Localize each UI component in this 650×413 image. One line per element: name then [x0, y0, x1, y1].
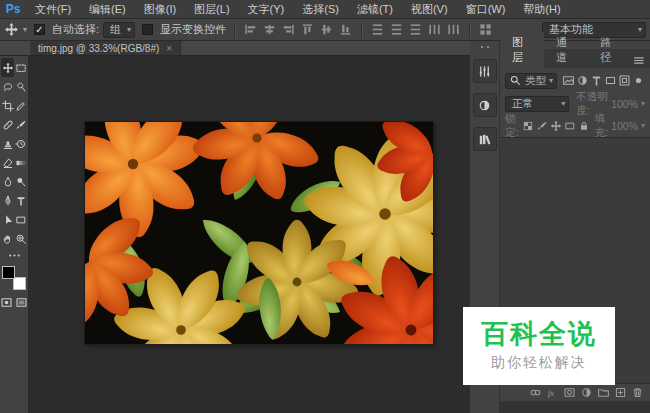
align-right-icon[interactable] — [281, 22, 296, 37]
screen-mode-icon[interactable] — [15, 296, 28, 309]
new-group-icon[interactable] — [597, 386, 610, 399]
tool-crop[interactable] — [1, 96, 14, 115]
tool-eraser[interactable] — [1, 153, 14, 172]
tool-move[interactable] — [1, 58, 14, 77]
layer-style-fx-icon[interactable]: fx — [546, 386, 559, 399]
lasso-icon — [2, 81, 14, 93]
lock-all-icon[interactable] — [578, 120, 590, 132]
tool-rectangular-marquee[interactable] — [14, 58, 27, 77]
panel-menu-icon[interactable] — [632, 53, 646, 68]
blur-icon — [2, 176, 14, 188]
watermark-badge: 百科全说 助你轻松解决 — [463, 307, 615, 385]
distribute-bottom-icon[interactable] — [408, 22, 423, 37]
distribute-left-icon[interactable] — [427, 22, 442, 37]
3d-mode-icon[interactable] — [478, 22, 493, 37]
tool-preset-caret-icon[interactable]: ▾ — [23, 25, 27, 34]
document-tab[interactable]: timg.jpg @ 33.3%(RGB/8#) × — [30, 41, 181, 55]
shape-icon — [15, 214, 27, 226]
canvas-pasteboard[interactable] — [29, 56, 470, 413]
adjustments-panel-button[interactable] — [473, 93, 497, 117]
delete-layer-icon[interactable] — [631, 386, 644, 399]
new-layer-icon[interactable] — [614, 386, 627, 399]
menu-window[interactable]: 窗口(W) — [457, 0, 515, 18]
libraries-panel-button[interactable] — [473, 127, 497, 151]
document-image[interactable] — [85, 122, 433, 344]
new-adjustment-layer-icon[interactable] — [580, 386, 593, 399]
distribute-middle-icon[interactable] — [389, 22, 404, 37]
menu-layer[interactable]: 图层(L) — [185, 0, 238, 18]
menu-edit[interactable]: 编辑(E) — [80, 0, 135, 18]
eraser-icon — [2, 157, 14, 169]
close-icon[interactable]: × — [166, 43, 172, 54]
lock-transparent-icon[interactable] — [522, 120, 534, 132]
tool-history-brush[interactable] — [14, 134, 27, 153]
distribute-center-icon[interactable] — [446, 22, 461, 37]
color-panel-button[interactable] — [473, 59, 497, 83]
menu-image[interactable]: 图像(I) — [135, 0, 185, 18]
separator — [361, 22, 362, 38]
show-transform-checkbox[interactable] — [142, 24, 153, 35]
auto-select-dropdown[interactable]: 组 ▾ — [103, 22, 135, 38]
foreground-color-swatch[interactable] — [2, 266, 15, 279]
lock-paint-icon[interactable] — [536, 120, 548, 132]
menu-type[interactable]: 文字(Y) — [239, 0, 294, 18]
menu-file[interactable]: 文件(F) — [26, 0, 80, 18]
align-center-h-icon[interactable] — [262, 22, 277, 37]
menu-help[interactable]: 帮助(H) — [514, 0, 569, 18]
tool-clone-stamp[interactable] — [1, 134, 14, 153]
blend-mode-row: 正常 ▾ 不透明度: 100% ▾ — [500, 93, 650, 114]
filter-type-dropdown[interactable]: 类型 ▾ — [505, 73, 557, 89]
tool-type[interactable] — [14, 191, 27, 210]
tool-hand[interactable] — [1, 229, 14, 248]
tool-gradient[interactable] — [14, 153, 27, 172]
menu-view[interactable]: 视图(V) — [402, 0, 457, 18]
align-middle-icon[interactable] — [319, 22, 334, 37]
tool-brush[interactable] — [14, 115, 27, 134]
dock-grip[interactable] — [478, 44, 492, 50]
opacity-value[interactable]: 100% — [611, 98, 638, 110]
blend-mode-dropdown[interactable]: 正常 ▾ — [505, 96, 569, 112]
filter-adjustment-layers-icon[interactable] — [576, 74, 589, 87]
document-area: timg.jpg @ 33.3%(RGB/8#) × — [0, 41, 470, 413]
filter-toggle-icon[interactable] — [632, 74, 645, 87]
tool-dodge[interactable] — [14, 172, 27, 191]
lock-artboard-icon[interactable] — [564, 120, 576, 132]
auto-select-checkbox[interactable]: ✓ — [34, 24, 45, 35]
tool-quick-selection[interactable] — [14, 77, 27, 96]
filter-pixel-layers-icon[interactable] — [562, 74, 575, 87]
add-layer-mask-icon[interactable] — [563, 386, 576, 399]
quick-mask-icon[interactable] — [0, 296, 13, 309]
chevron-down-icon: ▾ — [638, 25, 642, 34]
tab-paths[interactable]: 路径 — [588, 32, 632, 68]
move-icon — [2, 62, 14, 74]
tab-channels[interactable]: 通道 — [544, 32, 588, 68]
tool-zoom[interactable] — [14, 229, 27, 248]
align-bottom-icon[interactable] — [338, 22, 353, 37]
link-layers-icon[interactable] — [529, 386, 542, 399]
lock-position-icon[interactable] — [550, 120, 562, 132]
svg-text:fx: fx — [548, 389, 554, 398]
edit-toolbar-ellipsis-icon[interactable] — [1, 248, 27, 260]
menu-bar: Ps 文件(F) 编辑(E) 图像(I) 图层(L) 文字(Y) 选择(S) 滤… — [0, 0, 650, 19]
tool-shape[interactable] — [14, 210, 27, 229]
menu-select[interactable]: 选择(S) — [293, 0, 348, 18]
tool-path-selection[interactable] — [1, 210, 14, 229]
filter-shape-layers-icon[interactable] — [604, 74, 617, 87]
align-left-icon[interactable] — [243, 22, 258, 37]
align-top-icon[interactable] — [300, 22, 315, 37]
filter-smart-objects-icon[interactable] — [618, 74, 631, 87]
tool-lasso[interactable] — [1, 77, 14, 96]
libraries-panel-icon — [477, 132, 492, 147]
tab-layers[interactable]: 图层 — [500, 32, 544, 68]
tool-eyedropper[interactable] — [14, 96, 27, 115]
fill-value[interactable]: 100% — [611, 120, 638, 132]
tool-pen[interactable] — [1, 191, 14, 210]
adjustments-panel-icon — [477, 98, 492, 113]
tool-blur[interactable] — [1, 172, 14, 191]
filter-type-layers-icon[interactable] — [590, 74, 603, 87]
tool-spot-healing[interactable] — [1, 115, 14, 134]
distribute-top-icon[interactable] — [370, 22, 385, 37]
menu-filter[interactable]: 滤镜(T) — [348, 0, 402, 18]
eyedropper-icon — [15, 100, 27, 112]
lock-row: 锁定: 填充: 100% ▾ — [500, 115, 650, 136]
